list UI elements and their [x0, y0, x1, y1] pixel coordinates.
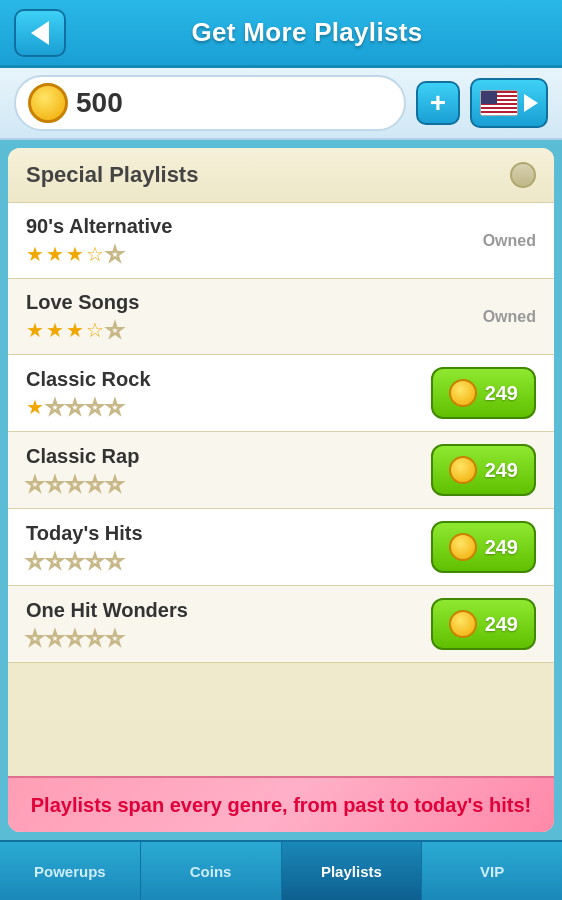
playlist-list: 90's Alternative ★★★☆☆ Owned Love Songs …	[8, 203, 554, 776]
main-content: Special Playlists 90's Alternative ★★★☆☆…	[0, 140, 562, 840]
playlist-item[interactable]: 90's Alternative ★★★☆☆ Owned	[8, 203, 554, 279]
buy-coin-icon	[449, 533, 477, 561]
nav-label: Coins	[190, 863, 232, 880]
promo-text: Playlists span every genre, from past to…	[31, 794, 531, 816]
star-half: ☆	[86, 242, 104, 266]
back-arrow-icon	[31, 21, 49, 45]
star-full: ★	[66, 318, 84, 342]
star-empty: ☆	[106, 395, 124, 419]
star-empty: ☆	[66, 549, 84, 573]
owned-label: Owned	[483, 232, 536, 250]
star-empty: ☆	[26, 549, 44, 573]
special-playlists-section: Special Playlists 90's Alternative ★★★☆☆…	[8, 148, 554, 832]
bottom-nav: PowerupsCoinsPlaylistsVIP	[0, 840, 562, 900]
star-empty: ☆	[46, 472, 64, 496]
playlist-item[interactable]: Love Songs ★★★☆☆ Owned	[8, 279, 554, 355]
star-empty: ☆	[26, 472, 44, 496]
coin-amount: 500	[76, 87, 123, 119]
nav-item-powerups[interactable]: Powerups	[0, 842, 141, 900]
add-coins-button[interactable]: +	[416, 81, 460, 125]
buy-coin-icon	[449, 456, 477, 484]
flag-button[interactable]	[470, 78, 548, 128]
flag-arrow-icon	[524, 94, 538, 112]
buy-price: 249	[485, 459, 518, 482]
back-button[interactable]	[14, 9, 66, 57]
playlist-info: Classic Rock ★☆☆☆☆	[26, 368, 151, 419]
playlist-info: One Hit Wonders ☆☆☆☆☆	[26, 599, 188, 650]
star-empty: ☆	[106, 549, 124, 573]
star-empty: ☆	[106, 242, 124, 266]
playlist-info: Love Songs ★★★☆☆	[26, 291, 139, 342]
buy-button[interactable]: 249	[431, 367, 536, 419]
star-full: ★	[46, 242, 64, 266]
star-empty: ☆	[66, 626, 84, 650]
header: Get More Playlists	[0, 0, 562, 68]
section-title: Special Playlists	[26, 162, 198, 188]
buy-button[interactable]: 249	[431, 444, 536, 496]
playlist-item[interactable]: Classic Rock ★☆☆☆☆ 249	[8, 355, 554, 432]
section-header: Special Playlists	[8, 148, 554, 203]
owned-label: Owned	[483, 308, 536, 326]
star-full: ★	[26, 395, 44, 419]
buy-coin-icon	[449, 379, 477, 407]
playlist-name: Love Songs	[26, 291, 139, 314]
nav-label: VIP	[480, 863, 504, 880]
buy-price: 249	[485, 382, 518, 405]
nav-label: Powerups	[34, 863, 106, 880]
star-full: ★	[26, 242, 44, 266]
playlist-name: Classic Rock	[26, 368, 151, 391]
currency-bar: 500 +	[0, 68, 562, 140]
star-empty: ☆	[86, 549, 104, 573]
nav-item-playlists[interactable]: Playlists	[282, 842, 423, 900]
buy-price: 249	[485, 536, 518, 559]
buy-price: 249	[485, 613, 518, 636]
star-empty: ☆	[86, 472, 104, 496]
playlist-info: 90's Alternative ★★★☆☆	[26, 215, 172, 266]
nav-item-vip[interactable]: VIP	[422, 842, 562, 900]
coin-icon	[28, 83, 68, 123]
star-empty: ☆	[46, 549, 64, 573]
nav-item-coins[interactable]: Coins	[141, 842, 282, 900]
promo-banner: Playlists span every genre, from past to…	[8, 776, 554, 832]
playlist-name: One Hit Wonders	[26, 599, 188, 622]
star-empty: ☆	[86, 395, 104, 419]
star-empty: ☆	[46, 626, 64, 650]
star-full: ★	[66, 242, 84, 266]
playlist-item[interactable]: Today's Hits ☆☆☆☆☆ 249	[8, 509, 554, 586]
star-empty: ☆	[26, 626, 44, 650]
star-empty: ☆	[86, 626, 104, 650]
buy-coin-icon	[449, 610, 477, 638]
star-empty: ☆	[66, 395, 84, 419]
star-rating: ☆☆☆☆☆	[26, 626, 188, 650]
star-half: ☆	[86, 318, 104, 342]
star-empty: ☆	[106, 472, 124, 496]
playlist-name: 90's Alternative	[26, 215, 172, 238]
star-rating: ★★★☆☆	[26, 242, 172, 266]
star-rating: ★☆☆☆☆	[26, 395, 151, 419]
star-rating: ☆☆☆☆☆	[26, 549, 143, 573]
playlist-item[interactable]: Classic Rap ☆☆☆☆☆ 249	[8, 432, 554, 509]
star-empty: ☆	[106, 626, 124, 650]
buy-button[interactable]: 249	[431, 521, 536, 573]
playlist-name: Today's Hits	[26, 522, 143, 545]
coin-display: 500	[14, 75, 406, 131]
star-empty: ☆	[46, 395, 64, 419]
flag-icon	[480, 90, 518, 116]
playlist-info: Today's Hits ☆☆☆☆☆	[26, 522, 143, 573]
nav-label: Playlists	[321, 863, 382, 880]
buy-button[interactable]: 249	[431, 598, 536, 650]
star-empty: ☆	[106, 318, 124, 342]
page-title: Get More Playlists	[66, 17, 548, 48]
playlist-info: Classic Rap ☆☆☆☆☆	[26, 445, 139, 496]
toggle-circle[interactable]	[510, 162, 536, 188]
star-empty: ☆	[66, 472, 84, 496]
star-full: ★	[26, 318, 44, 342]
star-rating: ★★★☆☆	[26, 318, 139, 342]
playlist-item[interactable]: One Hit Wonders ☆☆☆☆☆ 249	[8, 586, 554, 663]
star-rating: ☆☆☆☆☆	[26, 472, 139, 496]
star-full: ★	[46, 318, 64, 342]
playlist-name: Classic Rap	[26, 445, 139, 468]
